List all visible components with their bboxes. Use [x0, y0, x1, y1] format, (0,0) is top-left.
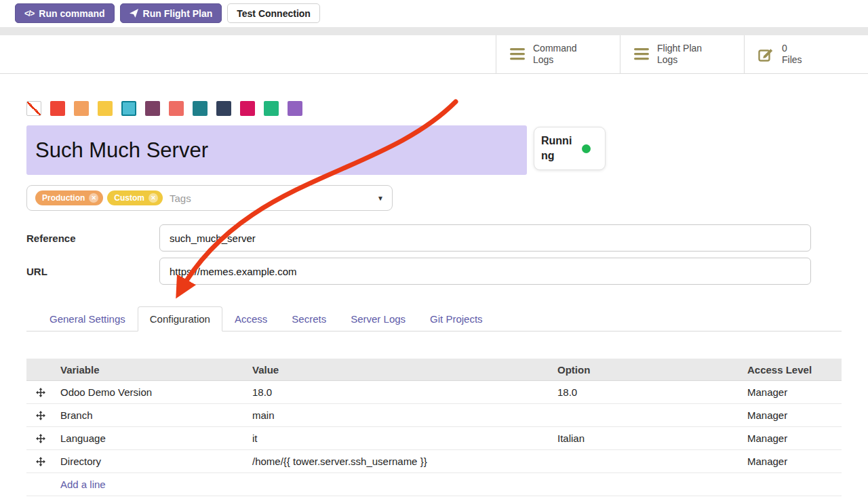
command-logs-label: Command Logs	[533, 43, 593, 66]
status-dot-icon	[582, 144, 591, 153]
ribbon-color-8[interactable]	[216, 101, 231, 116]
column-header-variable[interactable]: Variable	[55, 364, 247, 376]
test-connection-label: Test Connection	[237, 8, 311, 19]
tab-configuration[interactable]: Configuration	[138, 306, 222, 331]
tab-server-logs[interactable]: Server Logs	[338, 306, 418, 331]
cell-access-level[interactable]: Manager	[742, 456, 842, 467]
list-icon	[634, 48, 649, 60]
command-logs-button[interactable]: Command Logs	[496, 35, 620, 73]
ribbon-color-10[interactable]	[264, 101, 279, 116]
tags-field[interactable]: Production ✕ Custom ✕ Tags ▼	[26, 185, 393, 211]
form-sheet: Such Much Server Running Production ✕ Cu…	[0, 101, 868, 496]
status-label: Running	[541, 134, 576, 163]
status-card: Running	[534, 127, 606, 170]
toolbar: </> Run command Run Flight Plan Test Con…	[0, 0, 868, 27]
cell-value[interactable]: /home/{{ tower.server.ssh_username }}	[247, 456, 552, 467]
tag-remove-icon[interactable]: ✕	[149, 193, 158, 203]
drag-handle-icon[interactable]	[26, 411, 55, 420]
cell-access-level[interactable]: Manager	[742, 409, 842, 421]
tag-production[interactable]: Production ✕	[35, 190, 103, 205]
ribbon-color-6[interactable]	[169, 101, 184, 116]
url-input[interactable]	[159, 258, 811, 285]
run-flight-plan-button[interactable]: Run Flight Plan	[120, 3, 222, 23]
cell-variable[interactable]: Branch	[55, 409, 247, 421]
column-header-value[interactable]: Value	[247, 364, 552, 376]
tag-remove-icon[interactable]: ✕	[89, 193, 98, 203]
separator-strip	[0, 27, 868, 35]
cell-variable[interactable]: Language	[55, 432, 247, 444]
flight-plan-logs-label: Flight Plan Logs	[657, 43, 717, 66]
reference-input[interactable]	[159, 224, 811, 252]
tab-access[interactable]: Access	[222, 306, 279, 331]
code-icon: </>	[24, 9, 34, 18]
ribbon-color-2[interactable]	[74, 101, 89, 116]
ribbon-color-9[interactable]	[240, 101, 255, 116]
color-ribbon-picker	[26, 101, 842, 116]
pencil-square-icon	[758, 47, 774, 62]
run-command-button[interactable]: </> Run command	[15, 3, 115, 23]
files-label: Files	[782, 54, 802, 65]
ribbon-color-none[interactable]	[26, 101, 41, 116]
tag-custom[interactable]: Custom ✕	[107, 190, 163, 205]
table-header-row: Variable Value Option Access Level	[26, 359, 842, 381]
table-row[interactable]: Language it Italian Manager	[26, 427, 842, 450]
list-icon	[510, 48, 525, 60]
files-button[interactable]: 0 Files	[744, 35, 868, 73]
tag-custom-label: Custom	[114, 193, 144, 203]
configuration-table: Variable Value Option Access Level Odoo …	[26, 359, 842, 496]
run-command-label: Run command	[39, 8, 104, 19]
cell-variable[interactable]: Directory	[55, 456, 247, 467]
tag-production-label: Production	[42, 193, 85, 203]
drag-handle-icon[interactable]	[26, 388, 55, 397]
run-flight-plan-label: Run Flight Plan	[143, 8, 213, 19]
ribbon-color-1[interactable]	[50, 101, 65, 116]
add-a-line-link[interactable]: Add a line	[26, 473, 842, 496]
table-row[interactable]: Odoo Demo Version 18.0 18.0 Manager	[26, 381, 842, 404]
tab-git-projects[interactable]: Git Projects	[418, 306, 495, 331]
cell-value[interactable]: 18.0	[247, 386, 552, 398]
table-row[interactable]: Directory /home/{{ tower.server.ssh_user…	[26, 450, 842, 473]
column-header-access-level[interactable]: Access Level	[742, 364, 842, 376]
cell-variable[interactable]: Odoo Demo Version	[55, 386, 247, 398]
cell-access-level[interactable]: Manager	[742, 432, 842, 444]
cell-access-level[interactable]: Manager	[742, 386, 842, 398]
tab-secrets[interactable]: Secrets	[279, 306, 338, 331]
drag-handle-icon[interactable]	[26, 457, 55, 466]
table-row[interactable]: Branch main Manager	[26, 404, 842, 427]
column-header-option[interactable]: Option	[552, 364, 742, 376]
record-title-field[interactable]: Such Much Server	[26, 125, 527, 175]
url-label: URL	[26, 266, 159, 277]
ribbon-color-11[interactable]	[288, 101, 302, 116]
test-connection-button[interactable]: Test Connection	[227, 3, 320, 23]
cell-option[interactable]: 18.0	[552, 386, 742, 398]
cell-value[interactable]: it	[247, 432, 552, 444]
chevron-down-icon[interactable]: ▼	[377, 195, 384, 202]
ribbon-color-3[interactable]	[98, 101, 113, 116]
page-header: Command Logs Flight Plan Logs 0 Files	[0, 35, 868, 74]
paper-plane-icon	[130, 9, 138, 18]
reference-label: Reference	[26, 233, 159, 244]
cell-value[interactable]: main	[247, 409, 552, 421]
flight-plan-logs-button[interactable]: Flight Plan Logs	[620, 35, 744, 73]
notebook-tabs: General Settings Configuration Access Se…	[26, 306, 842, 331]
cell-option[interactable]: Italian	[552, 432, 742, 444]
drag-handle-icon[interactable]	[26, 434, 55, 443]
ribbon-color-4[interactable]	[121, 101, 136, 116]
tab-general-settings[interactable]: General Settings	[37, 306, 138, 331]
ribbon-color-5[interactable]	[145, 101, 160, 116]
files-count: 0	[782, 43, 787, 54]
ribbon-color-7[interactable]	[193, 101, 208, 116]
tags-placeholder: Tags	[170, 193, 191, 204]
